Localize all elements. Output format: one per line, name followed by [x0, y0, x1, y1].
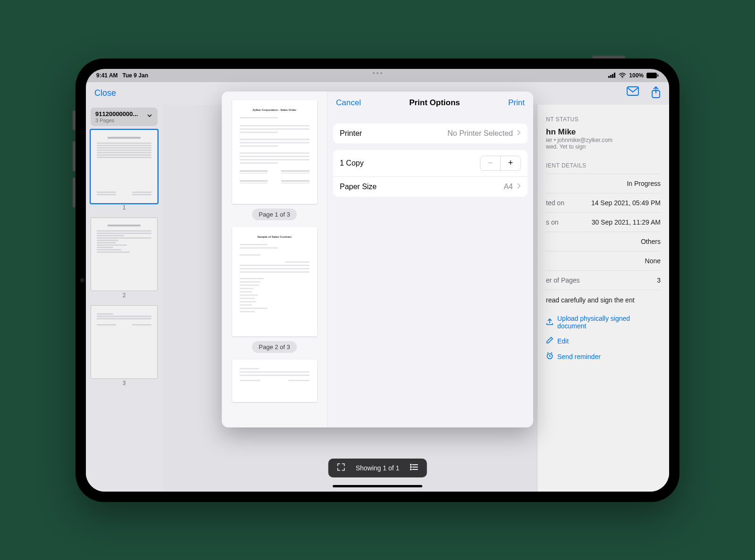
chevron-right-icon: [517, 183, 521, 191]
sheet-header: Cancel Print Options Print: [327, 92, 533, 114]
paper-size-row[interactable]: Paper Size A4: [333, 176, 528, 197]
cancel-button[interactable]: Cancel: [336, 98, 361, 108]
copies-increment[interactable]: +: [501, 156, 520, 170]
copies-label: 1 Copy: [340, 159, 364, 167]
copies-stepper: − +: [480, 156, 521, 171]
chevron-right-icon: [517, 129, 521, 138]
print-preview-page-1[interactable]: Zylker Corporation - Sales Order: [232, 100, 317, 204]
page-badge-1: Page 1 of 3: [252, 209, 297, 220]
printer-row[interactable]: Printer No Printer Selected: [333, 124, 528, 143]
print-preview-column[interactable]: Zylker Corporation - Sales Order Page 1 …: [222, 92, 327, 427]
printer-value: No Printer Selected: [447, 129, 513, 138]
sheet-title: Print Options: [409, 98, 460, 108]
home-indicator[interactable]: [333, 485, 422, 487]
print-preview-page-3[interactable]: [232, 359, 317, 402]
paper-size-value: A4: [503, 183, 513, 191]
page-badge-2: Page 2 of 3: [252, 341, 297, 353]
print-options-sheet: Zylker Corporation - Sales Order Page 1 …: [222, 92, 533, 427]
print-preview-page-2[interactable]: Sample of Sales Contract: [232, 227, 317, 336]
copies-decrement[interactable]: −: [480, 156, 500, 170]
printer-label: Printer: [340, 129, 362, 138]
print-button[interactable]: Print: [508, 98, 525, 108]
paper-size-label: Paper Size: [340, 183, 377, 191]
copies-row: 1 Copy − +: [333, 150, 528, 176]
